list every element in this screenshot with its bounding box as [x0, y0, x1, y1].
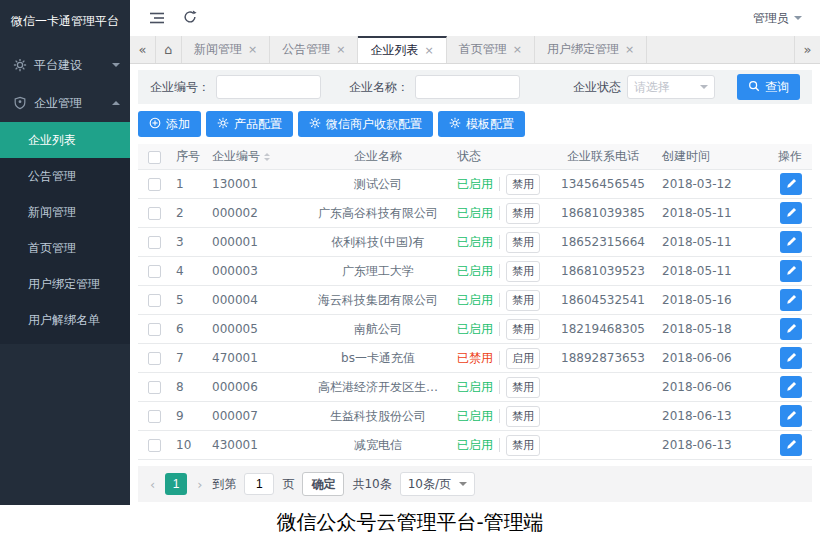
user-menu[interactable]: 管理员: [753, 10, 802, 27]
wechat-pay-config-button[interactable]: 微信商户收款配置: [298, 111, 433, 137]
toggle-status-button[interactable]: 禁用: [506, 377, 540, 398]
add-button-label: 添加: [166, 116, 190, 133]
company-code-label: 企业编号：: [150, 79, 210, 96]
company-status-label: 企业状态: [573, 79, 621, 96]
page-number-button[interactable]: 1: [165, 473, 187, 495]
table-row: 7 470001 bs一卡通充值 已禁用启用 18892873653 2018-…: [138, 344, 812, 373]
close-icon[interactable]: ×: [424, 44, 433, 57]
company-name: 减宽电信: [303, 437, 453, 454]
search-button[interactable]: 查询: [737, 74, 800, 100]
toggle-status-button[interactable]: 启用: [506, 348, 540, 369]
toggle-status-button[interactable]: 禁用: [506, 290, 540, 311]
close-icon[interactable]: ×: [248, 43, 257, 56]
toggle-status-button[interactable]: 禁用: [506, 261, 540, 282]
wechat-pay-config-label: 微信商户收款配置: [326, 116, 422, 133]
toggle-status-button[interactable]: 禁用: [506, 406, 540, 427]
row-checkbox[interactable]: [148, 439, 161, 452]
edit-button[interactable]: [780, 405, 802, 427]
next-page-icon[interactable]: ›: [195, 477, 204, 492]
template-config-button[interactable]: 模板配置: [438, 111, 525, 137]
edit-button[interactable]: [780, 231, 802, 253]
sidebar-item-news[interactable]: 新闻管理: [0, 194, 130, 230]
edit-button[interactable]: [780, 318, 802, 340]
tab-homepage[interactable]: 首页管理×: [447, 36, 535, 63]
tab-user-binding[interactable]: 用户绑定管理×: [535, 36, 647, 63]
goto-suffix-label: 页: [282, 476, 294, 493]
goto-confirm-button[interactable]: 确定: [302, 472, 344, 496]
tab-news[interactable]: 新闻管理×: [182, 36, 270, 63]
sidebar-item-user-unbind-list[interactable]: 用户解绑名单: [0, 302, 130, 338]
row-checkbox[interactable]: [148, 294, 161, 307]
sidebar-item-homepage[interactable]: 首页管理: [0, 230, 130, 266]
sidebar-item-enterprise[interactable]: 企业管理: [0, 84, 130, 122]
close-icon[interactable]: ×: [513, 43, 522, 56]
chevron-down-icon: [459, 482, 467, 490]
toggle-status-button[interactable]: 禁用: [506, 435, 540, 456]
company-name-input[interactable]: [415, 75, 520, 99]
edit-button[interactable]: [780, 202, 802, 224]
toggle-status-button[interactable]: 禁用: [506, 232, 540, 253]
row-checkbox[interactable]: [148, 323, 161, 336]
row-seq: 3: [172, 235, 208, 249]
select-all-checkbox[interactable]: [148, 151, 161, 164]
close-icon[interactable]: ×: [625, 43, 634, 56]
row-checkbox[interactable]: [148, 207, 161, 220]
edit-button[interactable]: [780, 260, 802, 282]
row-seq: 6: [172, 322, 208, 336]
company-code: 470001: [208, 351, 303, 365]
close-icon[interactable]: ×: [336, 43, 345, 56]
sort-icon[interactable]: [264, 150, 270, 164]
row-checkbox[interactable]: [148, 381, 161, 394]
header-code[interactable]: 企业编号: [208, 148, 303, 165]
table-row: 1 130001 测试公司 已启用禁用 13456456545 2018-03-…: [138, 170, 812, 199]
toggle-status-button[interactable]: 禁用: [506, 319, 540, 340]
row-checkbox[interactable]: [148, 265, 161, 278]
collapse-menu-icon[interactable]: [148, 9, 166, 27]
tab-label: 首页管理: [459, 41, 507, 58]
edit-button[interactable]: [780, 347, 802, 369]
platform-gear-icon: [13, 58, 27, 72]
product-config-button[interactable]: 产品配置: [206, 111, 293, 137]
created-date: 2018-05-11: [658, 264, 768, 278]
row-seq: 10: [172, 438, 208, 452]
sidebar-item-platform[interactable]: 平台建设: [0, 46, 130, 84]
edit-button[interactable]: [780, 434, 802, 456]
row-checkbox[interactable]: [148, 236, 161, 249]
company-name: 广东理工大学: [303, 263, 453, 280]
edit-button[interactable]: [780, 173, 802, 195]
edit-button[interactable]: [780, 289, 802, 311]
home-tab-icon[interactable]: ⌂: [156, 36, 182, 63]
page-size-select[interactable]: 10条/页: [400, 472, 475, 496]
goto-page-input[interactable]: [244, 473, 274, 495]
created-date: 2018-05-11: [658, 235, 768, 249]
sidebar-item-announcement[interactable]: 公告管理: [0, 158, 130, 194]
row-checkbox[interactable]: [148, 178, 161, 191]
company-status-select[interactable]: 请选择: [627, 75, 715, 99]
row-checkbox[interactable]: [148, 352, 161, 365]
table-row: 3 000001 依利科技(中国)有 已启用禁用 18652315664 201…: [138, 228, 812, 257]
toggle-status-button[interactable]: 禁用: [506, 174, 540, 195]
row-checkbox[interactable]: [148, 410, 161, 423]
sidebar: 微信一卡通管理平台 平台建设 企业管理 企业列表 公告管理 新闻管理 首页管理 …: [0, 0, 130, 505]
edit-button[interactable]: [780, 376, 802, 398]
top-bar: 管理员: [130, 0, 820, 36]
tabs-scroll-right-icon[interactable]: »: [794, 36, 820, 63]
select-placeholder: 请选择: [634, 79, 670, 96]
refresh-icon[interactable]: [182, 9, 200, 27]
company-code-input[interactable]: [216, 75, 321, 99]
tabs-scroll-left-icon[interactable]: «: [130, 36, 156, 63]
toggle-status-button[interactable]: 禁用: [506, 203, 540, 224]
table-header-row: 序号 企业编号 企业名称 状态 企业联系电话 创建时间 操作: [138, 144, 812, 170]
sidebar-item-label: 平台建设: [34, 57, 112, 74]
sidebar-item-user-binding[interactable]: 用户绑定管理: [0, 266, 130, 302]
tab-announcement[interactable]: 公告管理×: [270, 36, 358, 63]
add-button[interactable]: 添加: [138, 111, 201, 137]
sidebar-item-company-list[interactable]: 企业列表: [0, 122, 130, 158]
created-date: 2018-06-06: [658, 351, 768, 365]
prev-page-icon[interactable]: ‹: [148, 477, 157, 492]
tab-label: 新闻管理: [194, 41, 242, 58]
status-badge: 已启用: [457, 263, 493, 280]
header-created: 创建时间: [658, 148, 768, 165]
tab-company-list[interactable]: 企业列表×: [358, 36, 446, 63]
status-badge: 已启用: [457, 205, 493, 222]
